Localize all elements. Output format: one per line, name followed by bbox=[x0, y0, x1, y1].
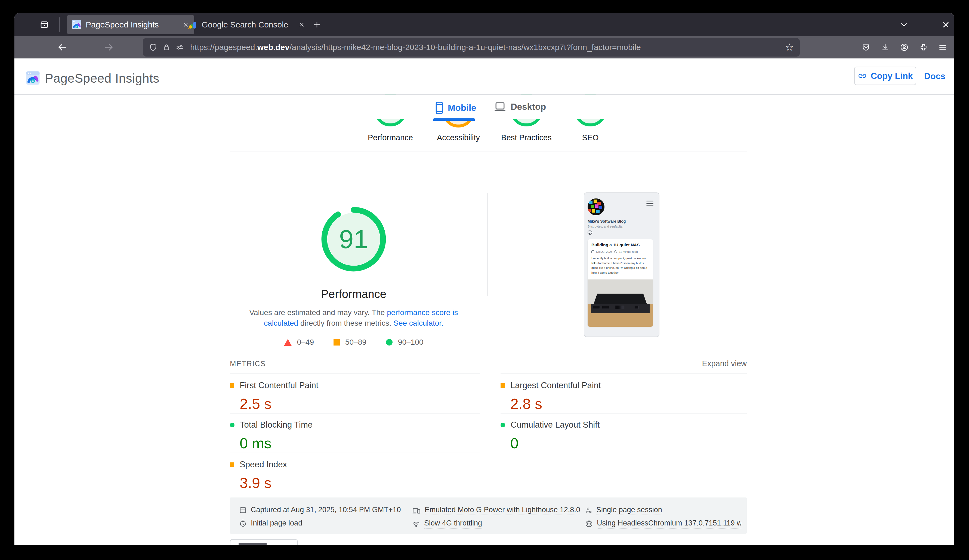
downloads-icon[interactable] bbox=[879, 41, 892, 54]
thumbnail-site-tagline: Bits, bytes, and segfaults. bbox=[588, 225, 623, 228]
thumbnail-avatar bbox=[588, 198, 604, 215]
metric-largest-contentful-paint: Largest Contentful Paint 2.8 s bbox=[501, 374, 747, 412]
tab-desktop-label: Desktop bbox=[511, 102, 546, 112]
tab-mobile-label: Mobile bbox=[448, 103, 476, 113]
thumbnail-post-meta: Oct 22, 2023 11 minute read bbox=[591, 250, 638, 253]
scroll-cover bbox=[14, 95, 954, 119]
mobile-phone-icon bbox=[435, 101, 443, 115]
list-tabs-chevron-icon[interactable] bbox=[898, 19, 910, 31]
green-circle-icon bbox=[501, 423, 505, 427]
github-icon bbox=[588, 231, 592, 234]
person-icon bbox=[585, 507, 593, 515]
legend-item-average: 50–89 bbox=[333, 338, 366, 347]
link-icon bbox=[858, 71, 867, 80]
tab-desktop[interactable]: Desktop bbox=[494, 101, 546, 112]
divider bbox=[230, 151, 747, 151]
docs-link[interactable]: Docs bbox=[924, 71, 945, 81]
thumbnail-site-title: Mike's Software Blog bbox=[588, 219, 626, 223]
env-captured-at: Captured at Aug 31, 2025, 10:54 PM GMT+1… bbox=[239, 506, 401, 514]
copy-link-label: Copy Link bbox=[871, 71, 913, 81]
clock-small-icon bbox=[614, 250, 617, 253]
red-triangle-icon bbox=[284, 339, 291, 346]
orange-square-icon bbox=[230, 462, 234, 467]
env-chromium[interactable]: Using HeadlessChromium 137.0.7151.119 wi… bbox=[585, 519, 741, 528]
extensions-icon[interactable] bbox=[917, 41, 930, 54]
metric-first-contentful-paint: First Contentful Paint 2.5 s bbox=[230, 374, 480, 412]
next-section-cutoff bbox=[230, 539, 298, 545]
stopwatch-icon bbox=[239, 519, 247, 527]
browser-window: PageSpeed Insights Google Search Console bbox=[14, 13, 954, 545]
save-to-pocket-icon[interactable] bbox=[859, 41, 872, 54]
calendar-small-icon bbox=[591, 250, 594, 253]
url-bar[interactable]: https://pagespeed.web.dev/analysis/https… bbox=[143, 38, 800, 56]
thumbnail-post-card: Building a 1U quiet NAS Oct 22, 2023 11 … bbox=[588, 239, 653, 327]
orange-square-icon bbox=[333, 339, 340, 346]
env-emulated-device[interactable]: Emulated Moto G Power with Lighthouse 12… bbox=[412, 506, 580, 515]
desktop-laptop-icon bbox=[494, 101, 506, 112]
performance-score-value: 91 bbox=[321, 207, 386, 272]
thumbnail-server-photo bbox=[588, 279, 653, 327]
calendar-icon bbox=[239, 506, 247, 514]
new-tab-icon[interactable] bbox=[311, 19, 323, 31]
legend-item-fail: 0–49 bbox=[284, 338, 314, 347]
orange-square-icon bbox=[501, 383, 505, 388]
metric-value: 2.8 s bbox=[510, 395, 747, 412]
pagespeed-logo-icon bbox=[26, 71, 40, 85]
network-signal-icon bbox=[412, 520, 420, 528]
tab-title: PageSpeed Insights bbox=[86, 20, 159, 29]
legend-item-pass: 90–100 bbox=[386, 338, 423, 347]
green-circle-icon bbox=[386, 339, 393, 346]
search-console-favicon-icon bbox=[188, 20, 198, 30]
performance-score-gauge: 91 bbox=[321, 207, 386, 272]
metric-speed-index: Speed Index 3.9 s bbox=[230, 453, 480, 491]
firefox-view-icon[interactable] bbox=[38, 18, 51, 31]
browser-tab-pagespeed[interactable]: PageSpeed Insights bbox=[67, 15, 194, 34]
tab-close-icon[interactable] bbox=[298, 21, 305, 28]
permissions-icon[interactable] bbox=[175, 43, 184, 52]
orange-square-icon bbox=[230, 383, 234, 388]
env-session[interactable]: Single page session bbox=[585, 506, 662, 515]
device-screenshot-thumbnail[interactable]: Mike's Software Blog Bits, bytes, and se… bbox=[584, 193, 659, 337]
metrics-heading: METRICS bbox=[230, 360, 266, 368]
performance-section-title: Performance bbox=[299, 287, 408, 301]
bookmark-star-icon[interactable]: ☆ bbox=[785, 42, 794, 53]
thumbnail-post-title: Building a 1U quiet NAS bbox=[591, 243, 639, 248]
filmstrip-thumbnail bbox=[238, 543, 266, 545]
tab-bar: PageSpeed Insights Google Search Console bbox=[14, 13, 954, 36]
metric-total-blocking-time: Total Blocking Time 0 ms bbox=[230, 413, 480, 452]
env-page-load: Initial page load bbox=[239, 519, 302, 527]
devices-icon bbox=[412, 507, 421, 515]
tab-mobile[interactable]: Mobile bbox=[435, 101, 476, 115]
window-close-icon[interactable] bbox=[940, 19, 952, 31]
thumbnail-hamburger-icon bbox=[646, 201, 653, 206]
browser-tab-search-console[interactable]: Google Search Console bbox=[183, 15, 310, 34]
menu-icon[interactable] bbox=[936, 41, 949, 54]
active-tab-underline bbox=[433, 118, 475, 121]
tab-separator bbox=[59, 17, 60, 32]
screen: PageSpeed Insights Google Search Console bbox=[0, 0, 969, 560]
category-label-seo[interactable]: SEO bbox=[549, 133, 631, 142]
metric-value: 0 ms bbox=[240, 435, 480, 452]
expand-view-button[interactable]: Expand view bbox=[693, 359, 747, 368]
page-title: PageSpeed Insights bbox=[45, 71, 160, 86]
metric-value: 3.9 s bbox=[240, 474, 480, 491]
green-circle-icon bbox=[230, 423, 235, 427]
pagespeed-page: PageSpeed Insights Copy Link Docs Mobile bbox=[14, 58, 954, 545]
metric-cumulative-layout-shift: Cumulative Layout Shift 0 bbox=[501, 413, 747, 452]
tab-title: Google Search Console bbox=[201, 20, 288, 29]
see-calculator-link[interactable]: See calculator. bbox=[393, 319, 443, 327]
copy-link-button[interactable]: Copy Link bbox=[854, 66, 916, 85]
metric-value: 0 bbox=[510, 435, 747, 452]
back-icon[interactable] bbox=[56, 41, 69, 54]
account-icon[interactable] bbox=[898, 41, 911, 54]
forward-icon[interactable] bbox=[102, 41, 115, 54]
lock-icon[interactable] bbox=[162, 43, 171, 52]
globe-icon bbox=[585, 520, 593, 528]
env-throttling[interactable]: Slow 4G throttling bbox=[412, 519, 482, 528]
score-legend: 0–49 50–89 90–100 bbox=[258, 338, 449, 347]
psi-header: PageSpeed Insights Copy Link Docs bbox=[14, 58, 954, 95]
pagespeed-favicon-icon bbox=[72, 20, 82, 30]
navigation-toolbar: https://pagespeed.web.dev/analysis/https… bbox=[14, 36, 954, 58]
metric-value: 2.5 s bbox=[240, 395, 480, 412]
tracking-shield-icon[interactable] bbox=[149, 43, 158, 52]
